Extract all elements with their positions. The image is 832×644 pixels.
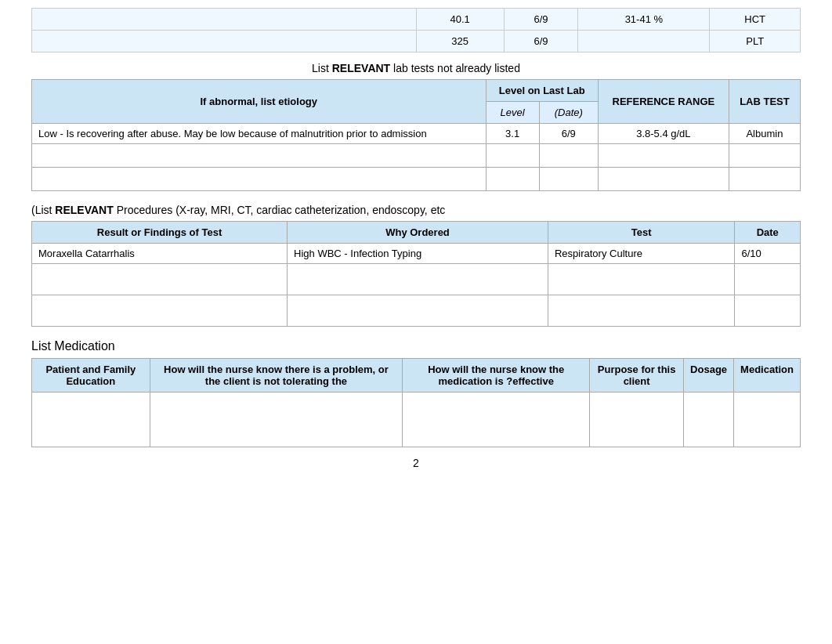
relevant-labs-suffix: lab tests not already listed xyxy=(390,62,520,74)
col-test: Test xyxy=(548,222,734,244)
lab-value2-6-9a: 6/9 xyxy=(504,9,578,31)
col-level-on-last-lab: Level on Last Lab xyxy=(486,80,598,102)
empty-cell xyxy=(548,264,734,295)
empty-cell xyxy=(539,144,598,168)
range-albumin: 3.8-5.4 g/dL xyxy=(598,124,729,144)
lab-range-hct: 31-41 % xyxy=(578,9,710,31)
table-row: Low - Is recovering after abuse. May be … xyxy=(32,124,801,144)
procedures-bold: RELEVANT xyxy=(55,204,113,216)
col-result: Result or Findings of Test xyxy=(32,222,288,244)
why-moraxella: High WBC - Infection Typing xyxy=(288,244,548,264)
result-moraxella: Moraxella Catarrhalis xyxy=(32,244,288,264)
test-albumin: Albumin xyxy=(729,124,800,144)
test-respiratory: Respiratory Culture xyxy=(548,244,734,264)
col-nurse-problem: How will the nurse know there is a probl… xyxy=(150,359,403,393)
date-procedures: 6/10 xyxy=(735,244,801,264)
relevant-labs-bold: RELEVANT xyxy=(332,62,390,74)
med-purpose xyxy=(590,393,684,447)
relevant-labs-prefix: List xyxy=(312,62,332,74)
empty-cell xyxy=(539,168,598,191)
col-dosage: Dosage xyxy=(684,359,734,393)
table-row xyxy=(32,264,801,295)
level-albumin: 3.1 xyxy=(486,124,539,144)
procedures-header: (List RELEVANT Procedures (X-ray, MRI, C… xyxy=(31,204,801,216)
procedures-suffix: Procedures (X-ray, MRI, CT, cardiac cath… xyxy=(114,204,446,216)
col-nurse-effective: How will the nurse know the medication i… xyxy=(403,359,590,393)
col-purpose: Purpose for this client xyxy=(590,359,684,393)
page-wrapper: 40.1 6/9 31-41 % HCT 325 6/9 PLT List RE… xyxy=(0,0,832,477)
med-nurse-effective xyxy=(403,393,590,447)
med-dosage xyxy=(684,393,734,447)
medication-header-row: Patient and Family Education How will th… xyxy=(32,359,801,393)
lab-test-plt: PLT xyxy=(710,31,801,52)
lab-test-hct: HCT xyxy=(710,9,801,31)
lab-value1-325: 325 xyxy=(416,31,504,52)
med-patient-ed xyxy=(32,393,150,447)
page-number: 2 xyxy=(31,457,801,469)
empty-cell xyxy=(729,168,800,191)
date-albumin: 6/9 xyxy=(539,124,598,144)
empty-cell xyxy=(288,295,548,327)
empty-cell xyxy=(486,144,539,168)
etiology-albumin: Low - Is recovering after abuse. May be … xyxy=(32,124,487,144)
table-row: 40.1 6/9 31-41 % HCT xyxy=(32,9,801,31)
empty-cell xyxy=(288,264,548,295)
empty-cell xyxy=(735,264,801,295)
procedures-prefix: List xyxy=(35,204,56,216)
procedures-header-row: Result or Findings of Test Why Ordered T… xyxy=(32,222,801,244)
medication-section-title: List Medication xyxy=(31,339,801,353)
empty-cell xyxy=(486,168,539,191)
empty-cell xyxy=(32,144,487,168)
table-row xyxy=(32,295,801,327)
table-row: 325 6/9 PLT xyxy=(32,31,801,52)
table-row: Moraxella Catarrhalis High WBC - Infecti… xyxy=(32,244,801,264)
empty-cell xyxy=(735,295,801,327)
empty-cell xyxy=(32,168,487,191)
empty-cell xyxy=(32,295,288,327)
lab-values-table: 40.1 6/9 31-41 % HCT 325 6/9 PLT xyxy=(31,8,801,52)
col-date: Date xyxy=(735,222,801,244)
lab-label-col2 xyxy=(32,31,417,52)
table-row xyxy=(32,144,801,168)
relevant-labs-header: List RELEVANT lab tests not already list… xyxy=(31,62,801,74)
col-medication: Medication xyxy=(734,359,801,393)
col-etiology: If abnormal, list etiology xyxy=(32,80,487,124)
sub-col-level: Level xyxy=(486,102,539,124)
lab-label-col xyxy=(32,9,417,31)
lab-value1-40: 40.1 xyxy=(416,9,504,31)
table-row xyxy=(32,393,801,447)
col-patient-family-education: Patient and Family Education xyxy=(32,359,150,393)
empty-cell xyxy=(548,295,734,327)
med-nurse-problem xyxy=(150,393,403,447)
empty-cell xyxy=(729,144,800,168)
relevant-lab-table: If abnormal, list etiology Level on Last… xyxy=(31,79,801,191)
medication-table: Patient and Family Education How will th… xyxy=(31,358,801,447)
sub-col-date: (Date) xyxy=(539,102,598,124)
empty-cell xyxy=(32,264,288,295)
col-why: Why Ordered xyxy=(288,222,548,244)
col-ref-range: REFERENCE RANGE xyxy=(598,80,729,124)
table-row xyxy=(32,168,801,191)
col-lab-test: LAB TEST xyxy=(729,80,800,124)
empty-cell xyxy=(598,144,729,168)
empty-cell xyxy=(598,168,729,191)
relevant-lab-header-row: If abnormal, list etiology Level on Last… xyxy=(32,80,801,102)
lab-range-plt xyxy=(578,31,710,52)
procedures-table: Result or Findings of Test Why Ordered T… xyxy=(31,221,801,327)
med-medication xyxy=(734,393,801,447)
lab-value2-6-9b: 6/9 xyxy=(504,31,578,52)
